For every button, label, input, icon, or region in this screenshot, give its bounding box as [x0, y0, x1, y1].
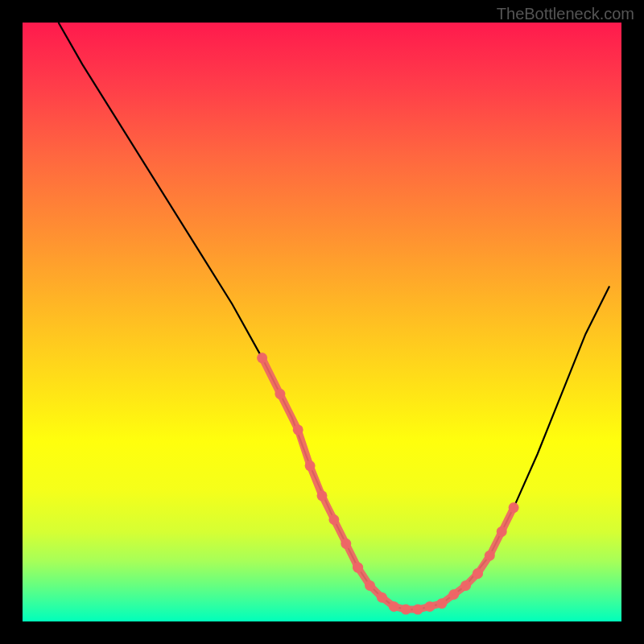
- svg-point-19: [473, 568, 483, 579]
- chart-svg: [23, 23, 621, 621]
- svg-point-5: [328, 514, 339, 525]
- svg-point-11: [389, 601, 399, 612]
- svg-point-6: [341, 539, 351, 549]
- svg-point-15: [436, 598, 447, 609]
- svg-point-20: [485, 551, 495, 561]
- svg-point-13: [413, 605, 423, 615]
- svg-point-12: [401, 605, 411, 615]
- svg-point-16: [448, 589, 459, 600]
- svg-point-22: [509, 502, 519, 513]
- watermark-text: TheBottleneck.com: [497, 5, 634, 23]
- svg-point-17: [460, 580, 471, 591]
- svg-point-0: [257, 353, 267, 363]
- svg-point-4: [317, 490, 328, 501]
- svg-point-10: [377, 592, 387, 603]
- svg-point-8: [353, 563, 363, 573]
- svg-point-1: [275, 389, 285, 399]
- svg-point-3: [305, 460, 316, 471]
- highlight-dots: [257, 353, 518, 614]
- svg-point-9: [365, 580, 375, 591]
- svg-point-2: [293, 424, 303, 435]
- svg-point-21: [497, 526, 507, 537]
- svg-point-14: [424, 601, 435, 612]
- plot-area: [23, 23, 621, 621]
